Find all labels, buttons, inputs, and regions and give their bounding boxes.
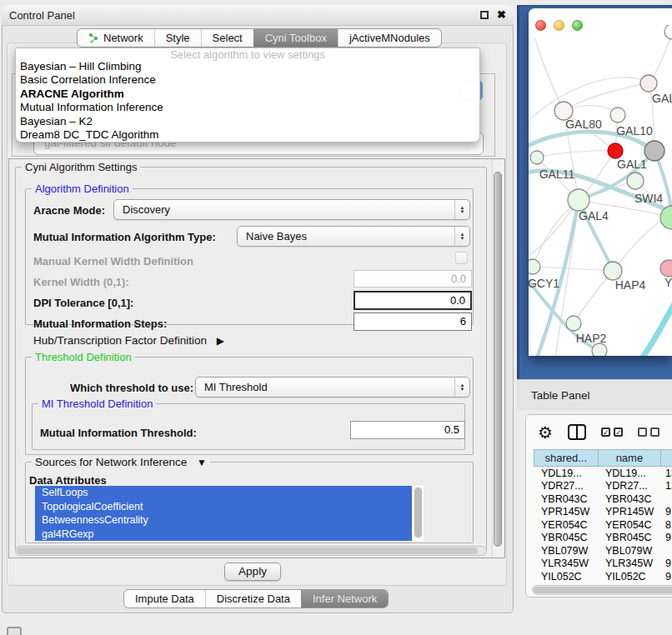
table-cell: YIL052C (598, 571, 661, 582)
network-node-gal11[interactable] (530, 151, 544, 164)
split-columns-icon[interactable] (568, 424, 586, 440)
gear-icon[interactable]: ⚙ (538, 424, 553, 441)
manual-kernel-width-checkbox[interactable] (455, 252, 468, 264)
algorithm-option[interactable]: Basic Correlation Inference (16, 73, 479, 87)
table-cell: YDL19... (534, 468, 598, 479)
table-cell: YER054C (598, 519, 661, 531)
algorithm-option[interactable]: Mutual Information Inference (16, 101, 479, 114)
network-node-gal8[interactable] (640, 75, 657, 92)
column-header-name[interactable]: name (598, 450, 661, 466)
close-icon[interactable]: ✖ (497, 11, 506, 19)
tab-style-label: Style (166, 32, 190, 44)
network-node-label: GAL4 (579, 209, 609, 222)
mi-algorithm-type-combobox[interactable]: Naive Bayes ▲▼ (237, 226, 470, 247)
sources-expander[interactable]: Sources for Network Inference ▼ (32, 456, 210, 468)
aracne-mode-combobox[interactable]: Discovery ▲▼ (113, 199, 470, 220)
manual-kernel-width-label: Manual Kernel Width Definition (33, 255, 193, 268)
table-cell: YBL079W (598, 545, 661, 557)
mi-steps-field[interactable]: 6 (354, 312, 472, 331)
table-cell: YDR27... (534, 480, 598, 492)
algorithm-definition-title: Algorithm Definition (32, 182, 133, 195)
table-row[interactable]: YDR27...YDR27...12 (534, 480, 672, 493)
checked-checkboxes-icon[interactable]: ✓ ✓ (601, 428, 623, 437)
tab-discretize-data[interactable]: Discretize Data (205, 590, 301, 608)
mi-threshold-field[interactable]: 0.5 (350, 421, 465, 439)
table-cell: YBR045C (598, 532, 661, 543)
network-node-label: GAL10 (616, 124, 653, 138)
network-node-hap4[interactable] (604, 262, 622, 280)
attributes-scrollbar[interactable] (414, 487, 423, 539)
tab-impute-data[interactable]: Impute Data (124, 590, 205, 608)
attribute-list-item[interactable]: TopologicalCoefficient (35, 500, 412, 514)
tab-cyni-toolbox[interactable]: Cyni Toolbox (253, 29, 338, 47)
mi-steps-label: Mutual Information Steps: (33, 318, 167, 330)
unchecked-checkboxes-icon[interactable] (638, 428, 659, 437)
tab-jactivemnodules[interactable]: jActiveMNodules (338, 29, 441, 47)
table-cell: 9. (661, 558, 672, 569)
control-panel-tabbar: Network Style Select Cyni Toolbox jActiv… (77, 28, 442, 48)
table-rows: YDL19...YDL19...13YDR27...YDR27...12YBR0… (534, 467, 672, 583)
float-window-icon[interactable] (480, 11, 489, 19)
network-node-gal1[interactable] (627, 172, 644, 189)
attribute-list-item[interactable]: BetweennessCentrality (35, 513, 412, 528)
table-cell: YIL052C (534, 571, 598, 582)
network-node-label: GAL80 (565, 118, 602, 131)
table-horizontal-scrollbar-thumb[interactable] (534, 587, 672, 593)
table-row[interactable]: YER054CYER054C8. (534, 518, 672, 532)
hub-definition-label: Hub/Transcription Factor Definition (33, 334, 207, 347)
network-node[interactable] (608, 143, 623, 158)
network-node-y[interactable] (660, 260, 672, 277)
table-cell: 13 (661, 468, 672, 479)
table-panel-title: Table Panel (531, 389, 590, 402)
table-row[interactable]: YBR043CYBR043C (534, 492, 672, 506)
combo-arrows-icon: ▲▼ (454, 227, 469, 246)
table-row[interactable]: YPR145WYPR145W9. (534, 506, 672, 519)
algorithm-option[interactable]: ARACNE Algorithm (16, 88, 479, 101)
attribute-list-item[interactable]: SelfLoops (35, 486, 412, 500)
settings-vertical-scrollbar-thumb[interactable] (494, 172, 502, 547)
table-horizontal-scrollbar[interactable] (532, 585, 672, 595)
table-toolbar: ⚙ ✓ ✓ (526, 415, 672, 449)
hub-definition-expander[interactable]: Hub/Transcription Factor Definition ▶ (33, 334, 224, 347)
network-node-label: GAL11 (539, 168, 575, 181)
aracne-mode-value: Discovery (123, 203, 454, 216)
settings-horizontal-scrollbar-thumb[interactable] (17, 548, 478, 554)
mi-algorithm-type-value: Naive Bayes (246, 230, 454, 242)
screen: { "control_panel": { "title": "Control P… (0, 0, 672, 635)
attributes-scrollbar-thumb[interactable] (414, 488, 422, 538)
tab-infer-network[interactable]: Infer Network (301, 590, 388, 608)
attribute-list-item[interactable]: gal4RGexp (35, 528, 412, 542)
table-cell: 12 (661, 480, 672, 492)
algorithm-dropdown-popup: Select algorithm to view settings Bayesi… (15, 48, 480, 142)
kernel-width-field[interactable]: 0.0 (354, 270, 472, 288)
network-node-gcy1[interactable] (529, 259, 540, 274)
which-threshold-combobox[interactable]: MI Threshold ▲▼ (195, 377, 470, 398)
tab-select[interactable]: Select (201, 29, 253, 47)
table-cell: YBR043C (534, 493, 598, 505)
table-row[interactable]: YBL079WYBL079W (534, 544, 672, 558)
settings-horizontal-scrollbar[interactable] (15, 546, 487, 556)
network-node[interactable] (644, 141, 664, 161)
table-row[interactable]: YIL052CYIL052C9. (534, 570, 672, 583)
algorithm-option[interactable]: Bayesian – K2 (16, 115, 479, 128)
network-node-hap2[interactable] (566, 316, 581, 331)
tab-network[interactable]: Network (78, 29, 154, 47)
apply-button[interactable]: Apply (224, 562, 281, 581)
column-header-partial[interactable]: A (660, 450, 672, 466)
table-cell: YER054C (534, 519, 598, 531)
table-row[interactable]: YDL19...YDL19...13 (534, 467, 672, 480)
network-canvas[interactable]: GAL8GAL80GAL10GAL1GAL11GAL4SWI4YHAP4GCY1… (529, 25, 672, 356)
column-header-shared-name[interactable]: shared... (534, 450, 598, 466)
data-attributes-list[interactable]: SelfLoopsTopologicalCoefficientBetweenne… (35, 486, 424, 541)
network-node[interactable] (664, 25, 672, 39)
network-node-gal4[interactable] (568, 189, 589, 211)
dpi-tolerance-field[interactable]: 0.0 (354, 291, 472, 310)
table-row[interactable]: YLR345WYLR345W9. (534, 558, 672, 571)
algorithm-option[interactable]: Dream8 DC_TDC Algorithm (16, 128, 479, 142)
algorithm-option[interactable]: Bayesian – Hill Climbing (16, 60, 479, 73)
network-node[interactable] (592, 343, 607, 356)
network-node-label: SWI4 (634, 192, 663, 205)
tab-style[interactable]: Style (154, 29, 201, 47)
table-row[interactable]: YBR045CYBR045C9. (534, 532, 672, 545)
network-node-gal10[interactable] (610, 108, 625, 122)
